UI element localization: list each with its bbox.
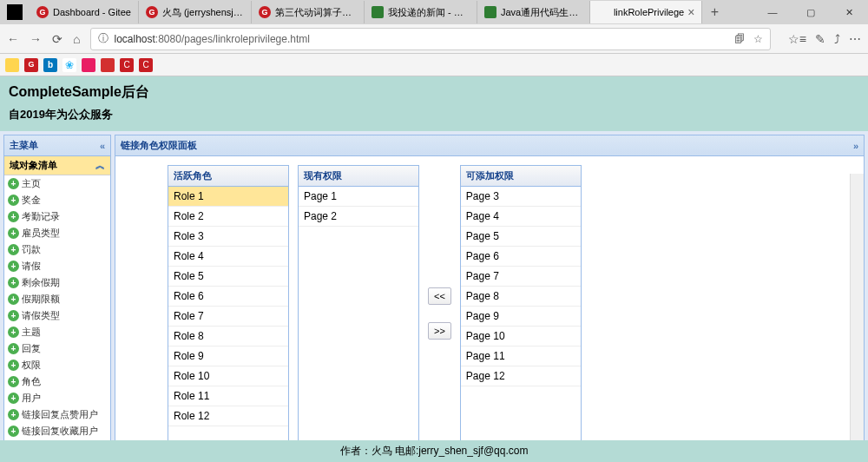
grid-row[interactable]: Role 1 — [168, 187, 288, 207]
grid-row[interactable]: Role 7 — [168, 307, 288, 327]
more-icon[interactable]: ⋯ — [849, 32, 861, 46]
sidebar-item-label: 剩余假期 — [22, 276, 60, 289]
sidebar-title: 主菜单 — [10, 139, 38, 152]
favicon-icon — [372, 6, 384, 18]
collapse-icon[interactable]: « — [100, 141, 105, 151]
sidebar-item-label: 请假类型 — [22, 309, 60, 322]
grid-row[interactable]: Page 1 — [299, 187, 418, 207]
sidebar-panel: 主菜单 « 域对象清单 ︽ +主页+奖金+考勤记录+雇员类型+罚款+请假+剩余假… — [3, 135, 111, 462]
sidebar-subheader: 域对象清单 — [10, 159, 57, 172]
add-privilege-button[interactable]: << — [428, 287, 451, 305]
grid-row[interactable]: Role 11 — [168, 386, 288, 406]
collapse-icon[interactable]: » — [853, 141, 858, 151]
browser-tab[interactable]: Java通用代码生成器光 — [477, 1, 590, 23]
sidebar-item[interactable]: +链接回复收藏用户 — [4, 423, 110, 439]
sidebar-item[interactable]: +请假 — [4, 258, 110, 274]
window-minimize[interactable]: — — [753, 0, 792, 24]
browser-tab[interactable]: linkRolePrivilege× — [590, 1, 703, 23]
tab-label: linkRolePrivilege — [614, 7, 684, 17]
available-grid-header: 可添加权限 — [461, 166, 581, 187]
grid-row[interactable]: Role 6 — [168, 287, 288, 307]
bookmark-item[interactable]: G — [24, 58, 38, 72]
plus-icon: + — [8, 211, 19, 222]
grid-row[interactable]: Page 4 — [461, 207, 581, 227]
favicon-icon: G — [259, 6, 271, 18]
sidebar-item-label: 回复 — [22, 342, 41, 355]
sidebar-item[interactable]: +考勤记录 — [4, 208, 110, 225]
browser-tab[interactable]: G火鸟 (jerryshensjf) - Git — [139, 1, 252, 23]
browser-tab[interactable]: GDashboard - Gitee — [30, 1, 139, 23]
grid-row[interactable]: Role 2 — [168, 207, 288, 227]
sidebar-item[interactable]: +链接回复点赞用户 — [4, 406, 110, 423]
grid-row[interactable]: Role 3 — [168, 227, 288, 247]
browser-tab[interactable]: G第三代动词算子式代码 — [252, 1, 365, 23]
tab-label: 第三代动词算子式代码 — [275, 6, 357, 19]
sidebar-item-label: 罚款 — [22, 243, 41, 256]
address-bar[interactable]: ⓘ localhost:8080/pages/linkroleprivilege… — [90, 28, 770, 50]
grid-row[interactable]: Page 10 — [461, 327, 581, 346]
grid-row[interactable]: Role 4 — [168, 247, 288, 267]
sidebar-item-label: 雇员类型 — [22, 227, 60, 240]
plus-icon: + — [8, 393, 19, 404]
plus-icon: + — [8, 327, 19, 338]
sidebar-item[interactable]: +请假类型 — [4, 307, 110, 324]
bookmark-item[interactable] — [82, 58, 95, 72]
grid-row[interactable]: Role 10 — [168, 366, 288, 386]
sidebar-item[interactable]: +主页 — [4, 175, 110, 192]
scrollbar[interactable] — [850, 174, 864, 462]
sidebar-item[interactable]: +角色 — [4, 373, 110, 390]
sidebar-item[interactable]: +假期限额 — [4, 291, 110, 307]
nav-home[interactable]: ⌂ — [73, 32, 80, 46]
plus-icon: + — [8, 310, 19, 321]
grid-row[interactable]: Page 2 — [299, 207, 418, 227]
remove-privilege-button[interactable]: >> — [428, 322, 451, 340]
grid-row[interactable]: Role 5 — [168, 267, 288, 287]
nav-refresh[interactable]: ⟳ — [52, 32, 62, 46]
grid-row[interactable]: Role 9 — [168, 346, 288, 366]
favorites-icon[interactable]: ☆≡ — [788, 32, 806, 46]
bookmark-item[interactable] — [101, 58, 115, 72]
grid-row[interactable]: Page 6 — [461, 247, 581, 267]
roles-grid: 活跃角色 Role 1Role 2Role 3Role 4Role 5Role … — [168, 165, 289, 462]
bookmark-item[interactable]: C — [139, 58, 153, 72]
sidebar-item[interactable]: +奖金 — [4, 192, 110, 208]
window-maximize[interactable]: ▢ — [792, 0, 830, 24]
sidebar-item[interactable]: +用户 — [4, 390, 110, 406]
browser-tab[interactable]: 我投递的新闻 - MS&A( — [365, 1, 477, 23]
share-icon[interactable]: ⤴ — [834, 32, 840, 46]
nav-forward[interactable]: → — [30, 32, 42, 46]
grid-row[interactable]: Page 5 — [461, 227, 581, 247]
tab-label: Java通用代码生成器光 — [501, 6, 582, 19]
grid-row[interactable]: Page 8 — [461, 287, 581, 307]
sidebar-item[interactable]: +罚款 — [4, 241, 110, 258]
notes-icon[interactable]: ✎ — [815, 32, 825, 46]
bookmark-item[interactable] — [5, 58, 19, 72]
grid-row[interactable]: Role 12 — [168, 406, 288, 426]
grid-row[interactable]: Page 9 — [461, 307, 581, 327]
bookmark-item[interactable]: C — [120, 58, 134, 72]
plus-icon: + — [8, 178, 19, 189]
grid-row[interactable]: Page 11 — [461, 346, 581, 366]
reader-icon[interactable]: 🗐 — [734, 33, 745, 45]
nav-back[interactable]: ← — [7, 32, 19, 46]
favicon-icon: G — [36, 6, 49, 18]
sidebar-item[interactable]: +权限 — [4, 357, 110, 373]
bookmark-item[interactable]: b — [43, 58, 57, 72]
window-close[interactable]: ✕ — [830, 0, 868, 24]
grid-row[interactable]: Role 8 — [168, 327, 288, 346]
sidebar-item[interactable]: +雇员类型 — [4, 225, 110, 241]
favorite-icon[interactable]: ☆ — [753, 33, 763, 45]
new-tab-button[interactable]: + — [702, 4, 727, 20]
close-icon[interactable]: × — [687, 5, 694, 19]
grid-row[interactable]: Page 12 — [461, 366, 581, 386]
page-footer: 作者：火鸟 电邮:jerry_shen_sjf@qq.com — [0, 440, 868, 462]
grid-row[interactable]: Page 7 — [461, 267, 581, 287]
sidebar-menu: +主页+奖金+考勤记录+雇员类型+罚款+请假+剩余假期+假期限额+请假类型+主题… — [4, 175, 110, 462]
bookmark-item[interactable]: ❀ — [62, 58, 76, 72]
sidebar-item[interactable]: +主题 — [4, 324, 110, 340]
plus-icon: + — [8, 294, 19, 305]
sidebar-item[interactable]: +回复 — [4, 340, 110, 357]
chevron-up-icon[interactable]: ︽ — [95, 159, 105, 172]
sidebar-item[interactable]: +剩余假期 — [4, 274, 110, 291]
grid-row[interactable]: Page 3 — [461, 187, 581, 207]
